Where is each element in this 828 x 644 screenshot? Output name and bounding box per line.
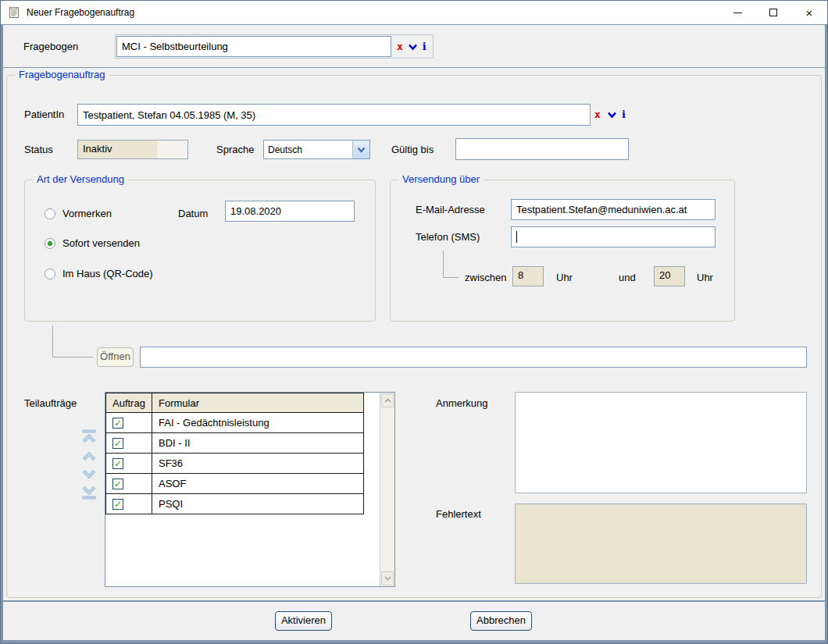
sprache-dropdown-button[interactable] bbox=[352, 141, 369, 158]
chevron-down-icon bbox=[357, 147, 366, 153]
check-icon: ✓ bbox=[113, 479, 123, 489]
check-icon: ✓ bbox=[113, 500, 123, 510]
check-icon: ✓ bbox=[113, 459, 123, 469]
table-row[interactable]: ✓ ASOF bbox=[106, 474, 364, 494]
client-area: Fragebogen x i Fragebogenauftrag Patient… bbox=[1, 24, 827, 643]
radio-im-haus-label[interactable]: Im Haus (QR-Code) bbox=[62, 267, 153, 281]
versandart-group: Art der Versendung Vormerken Datum Sofor… bbox=[24, 180, 376, 322]
maximize-icon bbox=[769, 9, 777, 16]
telefon-label: Telefon (SMS) bbox=[416, 230, 480, 244]
patient-label: PatientIn bbox=[24, 108, 64, 122]
table-scrollbar[interactable] bbox=[380, 393, 394, 586]
check-icon: ✓ bbox=[113, 418, 123, 429]
uhr-label: Uhr bbox=[697, 271, 713, 285]
radio-sofort-versenden[interactable] bbox=[45, 238, 55, 249]
teilauftraege-label: Teilaufträge bbox=[24, 397, 77, 411]
check-icon: ✓ bbox=[113, 439, 123, 449]
close-button[interactable]: × bbox=[791, 1, 827, 24]
zwischen-label: zwischen bbox=[465, 271, 506, 285]
form-icon bbox=[8, 6, 20, 19]
versendung-group-label: Versendung über bbox=[398, 173, 484, 186]
gueltig-bis-label: Gültig bis bbox=[391, 143, 434, 157]
radio-vormerken-label[interactable]: Vormerken bbox=[62, 207, 112, 221]
fragebogenauftrag-group-label: Fragebogenauftrag bbox=[15, 69, 109, 81]
email-input[interactable] bbox=[511, 199, 716, 220]
aktivieren-button[interactable]: Aktivieren bbox=[275, 611, 332, 631]
versandart-group-label: Art der Versendung bbox=[33, 173, 128, 186]
chevron-down-icon bbox=[384, 576, 391, 581]
versendung-group: Versendung über E-Mail-Adresse Telefon (… bbox=[390, 180, 735, 322]
move-to-top-icon[interactable] bbox=[80, 429, 98, 443]
patient-input[interactable] bbox=[77, 104, 591, 126]
table-header-row: Auftrag Formular bbox=[106, 393, 364, 413]
minimize-icon bbox=[733, 12, 742, 13]
status-field: Inaktiv bbox=[77, 140, 188, 159]
formular-cell[interactable]: BDI - II bbox=[152, 433, 364, 454]
move-to-bottom-icon[interactable] bbox=[80, 486, 98, 500]
move-down-icon[interactable] bbox=[80, 468, 98, 482]
formular-cell[interactable]: FAI - Gedächtnisleistung bbox=[152, 413, 364, 433]
window-title: Neuer Fragebogenauftrag bbox=[27, 7, 134, 18]
fragebogen-combo: x i bbox=[115, 34, 434, 59]
uhr-label: Uhr bbox=[556, 271, 573, 285]
von-uhr-field: 8 bbox=[512, 266, 544, 286]
teilauftraege-table: Auftrag Formular ✓ FAI - Gedächtnisleist… bbox=[105, 393, 364, 514]
email-label: E-Mail-Adresse bbox=[416, 203, 485, 217]
datum-input[interactable] bbox=[225, 201, 355, 222]
fragebogen-section: Fragebogen x i bbox=[3, 25, 825, 68]
radio-vormerken[interactable] bbox=[45, 208, 55, 219]
fehlertext-field bbox=[515, 503, 807, 584]
radio-im-haus[interactable] bbox=[45, 269, 55, 279]
row-checkbox[interactable]: ✓ bbox=[112, 479, 123, 489]
column-header-formular: Formular bbox=[152, 393, 364, 413]
abbrechen-button[interactable]: Abbrechen bbox=[470, 611, 532, 631]
dialog-window: Neuer Fragebogenauftrag × Fragebogen x i bbox=[0, 0, 828, 644]
sprache-select[interactable]: Deutsch bbox=[263, 140, 370, 159]
formular-cell[interactable]: ASOF bbox=[152, 474, 364, 494]
table-row[interactable]: ✓ PSQI bbox=[106, 494, 364, 514]
row-checkbox[interactable]: ✓ bbox=[112, 499, 123, 510]
fehlertext-label: Fehlertext bbox=[436, 507, 481, 521]
maximize-button[interactable] bbox=[755, 1, 791, 24]
scroll-up-button[interactable] bbox=[381, 393, 394, 407]
radio-sofort-versenden-label[interactable]: Sofort versenden bbox=[62, 237, 140, 251]
chevron-up-icon bbox=[384, 398, 391, 403]
connector-line bbox=[52, 357, 93, 358]
chevron-down-icon[interactable] bbox=[408, 43, 418, 51]
connector-line bbox=[443, 251, 444, 278]
gueltig-bis-input[interactable] bbox=[455, 138, 629, 160]
formular-cell[interactable]: PSQI bbox=[152, 494, 364, 514]
close-icon: × bbox=[806, 6, 813, 20]
anmerkung-textarea[interactable] bbox=[515, 392, 807, 493]
move-up-icon[interactable] bbox=[80, 449, 98, 463]
column-header-auftrag: Auftrag bbox=[106, 393, 152, 413]
fragebogen-label: Fragebogen bbox=[23, 40, 78, 54]
oeffnen-path-input[interactable] bbox=[140, 347, 807, 368]
row-checkbox[interactable]: ✓ bbox=[112, 418, 123, 429]
anmerkung-label: Anmerkung bbox=[436, 397, 487, 411]
patient-chevron-down-icon[interactable] bbox=[607, 111, 617, 119]
info-icon[interactable]: i bbox=[423, 41, 426, 52]
clear-icon[interactable]: x bbox=[397, 41, 403, 52]
minimize-button[interactable] bbox=[719, 1, 755, 24]
table-row[interactable]: ✓ BDI - II bbox=[106, 433, 364, 454]
text-cursor bbox=[516, 231, 517, 243]
row-checkbox[interactable]: ✓ bbox=[112, 438, 123, 449]
fragebogen-input[interactable] bbox=[116, 36, 391, 57]
fragebogenauftrag-group: Fragebogenauftrag PatientIn x i Status I… bbox=[6, 75, 822, 598]
oeffnen-button[interactable]: Öffnen bbox=[97, 347, 134, 367]
footer-separator bbox=[3, 600, 825, 602]
connector-line bbox=[443, 277, 459, 278]
table-row[interactable]: ✓ SF36 bbox=[106, 454, 364, 474]
row-checkbox[interactable]: ✓ bbox=[112, 458, 123, 469]
datum-label: Datum bbox=[178, 207, 208, 221]
und-label: und bbox=[619, 271, 636, 285]
table-row[interactable]: ✓ FAI - Gedächtnisleistung bbox=[106, 413, 364, 433]
formular-cell[interactable]: SF36 bbox=[152, 454, 364, 474]
connector-line bbox=[52, 326, 53, 357]
bis-uhr-field: 20 bbox=[654, 266, 685, 286]
scroll-down-button[interactable] bbox=[381, 571, 394, 585]
telefon-input[interactable] bbox=[511, 226, 716, 247]
patient-clear-icon[interactable]: x bbox=[594, 109, 601, 120]
patient-info-icon[interactable]: i bbox=[622, 109, 626, 120]
